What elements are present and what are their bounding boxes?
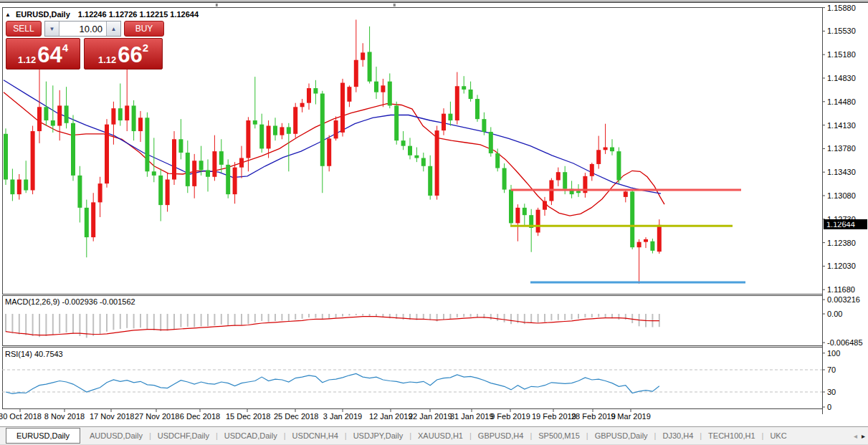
axis-label: 0.003216 bbox=[827, 295, 860, 304]
axis-label: 1.12380 bbox=[827, 239, 856, 247]
axis-label: -0.006485 bbox=[827, 338, 863, 347]
axis-label: 19 Feb 2019 bbox=[532, 412, 575, 421]
sell-price-button[interactable]: 1.12 64 4 bbox=[6, 38, 80, 70]
tab-dj30-h4[interactable]: DJ30,H4 bbox=[656, 429, 700, 442]
volume-increase-button[interactable]: ▲ bbox=[106, 21, 120, 36]
axis-label: 30 bbox=[827, 388, 836, 396]
axis-label: 1.13430 bbox=[827, 168, 856, 176]
axis-label: 70 bbox=[827, 365, 836, 374]
axis-label: 1.13780 bbox=[827, 144, 856, 153]
tab-usdcad-daily[interactable]: USDCAD,Daily bbox=[218, 429, 284, 442]
axis-label: 15 Dec 2018 bbox=[226, 412, 269, 421]
rsi-value: 40.7543 bbox=[34, 350, 63, 358]
rsi-name: RSI(14) bbox=[5, 350, 32, 358]
axis-label: 9 Feb 2019 bbox=[489, 412, 532, 421]
macd-signal-value: -0.001562 bbox=[100, 297, 135, 306]
axis-label: 1.15180 bbox=[827, 50, 856, 59]
buy-price-button[interactable]: 1.12 66 2 bbox=[84, 38, 163, 70]
axis-label: 1.12030 bbox=[827, 262, 856, 270]
symbol-triangle-icon: ▲ bbox=[5, 11, 11, 18]
sell-button[interactable]: SELL bbox=[6, 21, 42, 37]
symbol-name: EURUSD,Daily bbox=[16, 10, 70, 19]
axis-label: 100 bbox=[827, 349, 840, 358]
axis-label: 1.15530 bbox=[827, 27, 856, 35]
axis-label: 1.11680 bbox=[827, 285, 855, 294]
buy-price-prefix: 1.12 bbox=[98, 54, 116, 65]
tab-scroll-right-icon[interactable]: ▸ bbox=[862, 432, 865, 440]
tab-sp500-m15[interactable]: SP500,M15 bbox=[532, 429, 586, 442]
volume-spinner: ▼ ▲ bbox=[44, 21, 121, 37]
axis-label: 1.14480 bbox=[827, 97, 856, 106]
axis-label: 25 Dec 2018 bbox=[274, 412, 317, 421]
ohlc-values: 1.12246 1.12726 1.12215 1.12644 bbox=[78, 10, 199, 19]
buy-price-pip: 2 bbox=[143, 43, 148, 53]
sell-price-pip: 4 bbox=[62, 43, 68, 53]
tab-gbpusd-h4[interactable]: GBPUSD,H4 bbox=[472, 429, 530, 442]
axis-label: 3 Jan 2019 bbox=[321, 412, 364, 421]
chart-tab-bar: EURUSD,DailyAUDUSD,Daily|USDCHF,Daily|US… bbox=[0, 426, 868, 444]
sell-price-big: 64 bbox=[37, 45, 62, 65]
mt4-window: ▲ EURUSD,Daily 1.12246 1.12726 1.12215 1… bbox=[0, 0, 868, 445]
macd-name: MACD(12,26,9) bbox=[5, 297, 59, 306]
tab-usdchf-daily[interactable]: USDCHF,Daily bbox=[151, 429, 216, 442]
axis-label: 1.13080 bbox=[827, 191, 856, 200]
tab-usdjpy-daily[interactable]: USDJPY,Daily bbox=[347, 429, 410, 442]
axis-label: 1.15880 bbox=[827, 4, 856, 12]
macd-label: MACD(12,26,9) -0.002936 -0.001562 bbox=[5, 297, 135, 306]
axis-label: 22 Jan 2019 bbox=[409, 412, 452, 421]
buy-button[interactable]: BUY bbox=[124, 21, 164, 37]
axis-label: 6 Dec 2018 bbox=[178, 412, 221, 421]
tab-audusd-daily[interactable]: AUDUSD,Daily bbox=[83, 429, 149, 442]
axis-label: 1.12730 bbox=[827, 215, 856, 224]
rsi-label: RSI(14) 40.7543 bbox=[5, 350, 63, 358]
tab-tech100-h1[interactable]: TECH100,H1 bbox=[702, 429, 761, 442]
axis-label: 30 Oct 2018 bbox=[0, 412, 42, 421]
axis-label: 1.14130 bbox=[827, 121, 856, 130]
chart-header: ▲ EURUSD,Daily 1.12246 1.12726 1.12215 1… bbox=[5, 10, 199, 19]
tab-scroll-left-icon[interactable]: ◂ bbox=[854, 432, 857, 440]
macd-main-value: -0.002936 bbox=[62, 297, 97, 306]
tab-eurusd-daily[interactable]: EURUSD,Daily bbox=[6, 428, 80, 444]
axis-label: 8 Nov 2018 bbox=[43, 412, 86, 421]
axis-label: 9 Mar 2019 bbox=[609, 412, 652, 421]
axis-label: 0.00 bbox=[827, 310, 842, 318]
axis-label: 31 Jan 2019 bbox=[450, 412, 493, 421]
sell-price-prefix: 1.12 bbox=[18, 54, 36, 65]
axis-label: 17 Nov 2018 bbox=[90, 412, 133, 421]
axis-label: 12 Jan 2019 bbox=[369, 412, 412, 421]
axis-label: 27 Nov 2018 bbox=[135, 412, 178, 421]
tab-usdcnh-h4[interactable]: USDCNH,H4 bbox=[286, 429, 345, 442]
buy-price-big: 66 bbox=[118, 45, 142, 65]
volume-decrease-button[interactable]: ▼ bbox=[45, 21, 59, 36]
one-click-trade-panel: SELL ▼ ▲ BUY 1.12 64 4 1.12 66 2 bbox=[6, 21, 164, 70]
tab-gbpusd-daily[interactable]: GBPUSD,Daily bbox=[588, 429, 654, 442]
axis-label: 0 bbox=[827, 403, 831, 411]
tab-xauusd-h1[interactable]: XAUUSD,H1 bbox=[411, 429, 469, 442]
tab-ukc[interactable]: UKC bbox=[763, 429, 793, 442]
axis-label: 1.14830 bbox=[827, 74, 856, 82]
volume-input[interactable] bbox=[59, 21, 106, 36]
axis-label: 28 Feb 2019 bbox=[571, 412, 614, 421]
